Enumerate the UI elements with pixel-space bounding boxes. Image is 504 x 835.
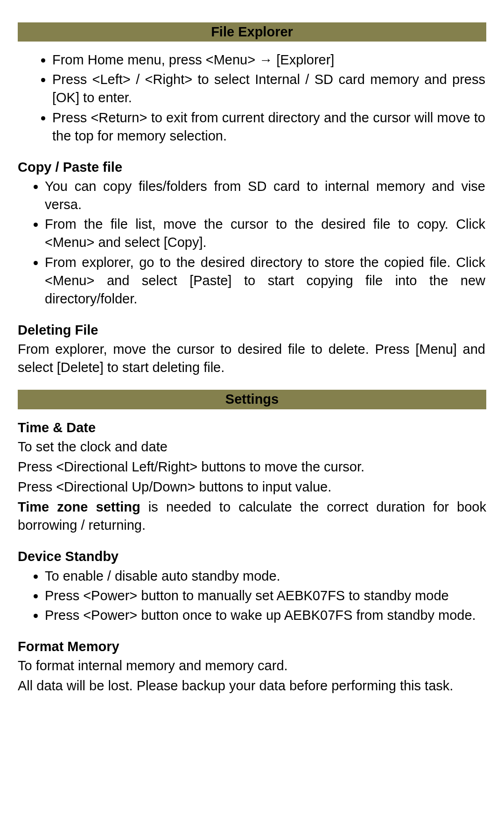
time-line-3: Press <Directional Up/Down> buttons to i… [18, 478, 486, 496]
time-line-2: Press <Directional Left/Right> buttons t… [18, 458, 486, 476]
copy-paste-bullets: You can copy files/folders from SD card … [18, 177, 486, 308]
list-item: Press <Power> button once to wake up AEB… [45, 606, 486, 624]
time-line-1: To set the clock and date [18, 438, 486, 456]
file-explorer-bullets: From Home menu, press <Menu> → [Explorer… [18, 51, 486, 145]
section-header-file-explorer: File Explorer [18, 22, 486, 42]
list-item: Press <Power> button to manually set AEB… [45, 587, 486, 605]
list-item: Press <Return> to exit from current dire… [52, 109, 486, 145]
deleting-file-heading: Deleting File [18, 321, 486, 339]
copy-paste-heading: Copy / Paste file [18, 158, 486, 176]
timezone-line: Time zone setting is needed to calculate… [18, 498, 486, 534]
deleting-file-para: From explorer, move the cursor to desire… [18, 340, 486, 377]
format-memory-heading: Format Memory [18, 638, 486, 656]
device-standby-bullets: To enable / disable auto standby mode. P… [18, 567, 486, 624]
format-line-2: All data will be lost. Please backup you… [18, 677, 486, 695]
time-date-heading: Time & Date [18, 419, 486, 437]
time-date-body: To set the clock and date Press <Directi… [18, 438, 486, 535]
list-item: Press <Left> / <Right> to select Interna… [52, 70, 486, 107]
list-item: You can copy files/folders from SD card … [45, 177, 486, 214]
timezone-bold: Time zone setting [18, 499, 140, 514]
list-item: To enable / disable auto standby mode. [45, 567, 486, 585]
section-header-settings: Settings [18, 390, 486, 409]
format-line-1: To format internal memory and memory car… [18, 657, 486, 675]
list-item: From the file list, move the cursor to t… [45, 215, 486, 252]
device-standby-heading: Device Standby [18, 547, 486, 566]
list-item: From explorer, go to the desired directo… [45, 253, 486, 308]
list-item: From Home menu, press <Menu> → [Explorer… [52, 51, 486, 69]
